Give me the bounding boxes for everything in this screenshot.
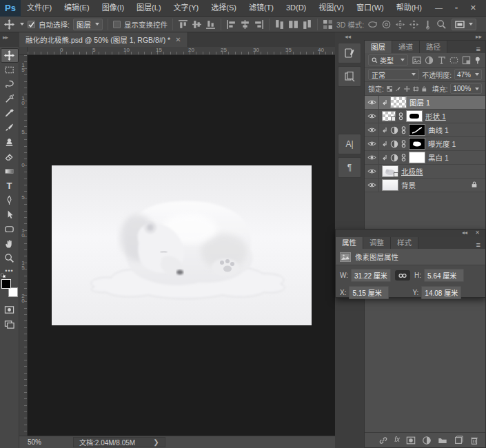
x-field[interactable]: 5.15 厘米 [349, 286, 389, 299]
distribute-top-icon[interactable] [274, 19, 285, 30]
tool-pen[interactable] [1, 193, 19, 207]
tool-hand[interactable] [1, 236, 19, 251]
3d-drag-icon[interactable] [395, 19, 405, 30]
visibility-toggle[interactable] [365, 110, 379, 123]
tool-path-select[interactable] [1, 207, 19, 222]
align-right-icon[interactable] [254, 19, 264, 30]
menu-help[interactable]: 帮助(H) [390, 0, 428, 16]
tool-type[interactable]: T [1, 179, 19, 193]
width-field[interactable]: 31.22 厘米 [351, 269, 391, 282]
distribute-bottom-icon[interactable] [302, 19, 312, 30]
lock-transparency-icon[interactable] [387, 85, 393, 93]
tool-preset-caret[interactable] [20, 23, 24, 26]
vector-mask-thumbnail[interactable] [406, 110, 423, 122]
document-canvas[interactable] [52, 165, 312, 325]
history-panel-button[interactable] [338, 43, 361, 63]
y-field[interactable]: 14.08 厘米 [421, 286, 461, 299]
background-color-swatch[interactable] [8, 287, 18, 297]
collapse-tools-icon[interactable]: ▸▸ [3, 34, 8, 41]
properties-panel-header[interactable]: ◂◂ ✕ [336, 230, 485, 237]
menu-select[interactable]: 选择(S) [205, 0, 243, 16]
filter-shape-icon[interactable] [449, 56, 458, 65]
layer-row-background[interactable]: 背景 [365, 179, 485, 192]
zoom-level-field[interactable]: 50% [19, 438, 47, 446]
height-field[interactable]: 5.64 厘米 [424, 269, 464, 282]
tool-quick-select[interactable] [1, 92, 19, 106]
tool-gradient[interactable] [1, 164, 19, 179]
menu-view[interactable]: 视图(V) [312, 0, 350, 16]
fill-dropdown[interactable]: 100% [450, 83, 482, 94]
visibility-toggle[interactable] [365, 165, 379, 178]
document-size-field[interactable]: 文档:2.04M/8.05M ❯ [73, 437, 165, 447]
zoom-option-icon[interactable] [436, 19, 447, 30]
new-layer-icon[interactable] [454, 436, 463, 445]
link-dimensions-icon[interactable] [395, 270, 410, 281]
visibility-toggle[interactable] [365, 151, 379, 164]
align-hcenter-icon[interactable] [240, 19, 250, 30]
filter-adjustment-icon[interactable] [425, 56, 434, 65]
color-swatches[interactable] [1, 279, 18, 297]
visibility-toggle[interactable] [365, 123, 379, 136]
layer-name[interactable]: 曲线 1 [428, 125, 449, 135]
tool-eyedropper[interactable] [1, 106, 19, 121]
auto-select-target-dropdown[interactable]: 图层 [73, 19, 103, 30]
3d-rotate-icon[interactable] [367, 19, 378, 30]
align-bottom-icon[interactable] [205, 19, 216, 30]
default-colors-icon[interactable] [1, 274, 7, 278]
tab-layers[interactable]: 图层 [365, 41, 392, 53]
panel-menu-icon[interactable]: ≡ [476, 45, 485, 53]
filter-pin-icon[interactable] [474, 56, 482, 65]
visibility-toggle[interactable] [365, 137, 379, 150]
delete-layer-icon[interactable] [469, 436, 479, 445]
visibility-toggle[interactable] [365, 96, 379, 109]
tool-clone-stamp[interactable] [1, 135, 19, 150]
layer-name[interactable]: 北极熊 [401, 166, 423, 176]
menu-window[interactable]: 窗口(W) [350, 0, 390, 16]
layer-mask-thumbnail[interactable] [409, 138, 425, 150]
align-left-icon[interactable] [226, 19, 236, 30]
status-arrow-icon[interactable]: ❯ [153, 438, 159, 446]
character-panel-button[interactable]: A| [338, 134, 361, 154]
layer-mask-thumbnail[interactable] [409, 152, 425, 163]
tab-properties[interactable]: 属性 [336, 236, 363, 249]
blend-mode-dropdown[interactable]: 正常 [368, 69, 419, 80]
minimize-icon[interactable]: — [435, 3, 443, 12]
align-top-icon[interactable] [178, 19, 188, 30]
opacity-dropdown[interactable]: 47% [454, 69, 482, 80]
close-panel-icon[interactable]: ✕ [475, 230, 480, 236]
workspace-icon[interactable] [323, 19, 333, 30]
menu-type[interactable]: 文字(Y) [168, 0, 205, 16]
layer-row-beijixiong[interactable]: 北极熊 [365, 165, 485, 179]
canvas-area[interactable]: 0 5 10 15 20 25 30 35 40 15 10 5 0 5 10 … [19, 47, 335, 436]
link-layers-icon[interactable] [378, 436, 388, 445]
filter-smart-object-icon[interactable] [462, 56, 471, 65]
quick-mask-button[interactable] [1, 303, 19, 317]
collapse-dock-icon[interactable]: ◂◂ [345, 33, 351, 40]
layer-thumbnail[interactable] [390, 96, 407, 108]
mask-link-icon[interactable] [401, 126, 406, 134]
lock-position-icon[interactable] [404, 85, 410, 93]
tab-channels[interactable]: 通道 [392, 41, 420, 53]
menu-layer[interactable]: 图层(L) [130, 0, 167, 16]
3d-scale-icon[interactable] [423, 19, 433, 30]
actions-panel-button[interactable] [338, 66, 361, 87]
align-vcenter-icon[interactable] [192, 19, 202, 30]
visibility-toggle[interactable] [365, 179, 379, 192]
layer-style-icon[interactable]: fx [394, 436, 400, 445]
tool-eraser[interactable] [1, 150, 19, 164]
layer-row-heibai1[interactable]: 黑白 1 [365, 151, 485, 165]
mask-link-icon[interactable] [401, 140, 406, 148]
filter-pixel-icon[interactable] [412, 56, 421, 65]
panel-menu-icon[interactable]: ≡ [476, 241, 485, 249]
3d-slide-icon[interactable] [409, 19, 419, 30]
close-icon[interactable]: ✕ [470, 3, 476, 12]
layer-row-tuceng1[interactable]: 图层 1 [365, 96, 485, 110]
menu-edit[interactable]: 编辑(E) [58, 0, 96, 16]
tool-zoom[interactable] [1, 251, 19, 265]
lock-artboard-icon[interactable] [413, 85, 419, 93]
ruler-corner[interactable] [19, 47, 28, 55]
layer-row-xingzhuang1[interactable]: 形状 1 [365, 110, 485, 123]
collapse-panels-icon[interactable]: ▸▸ [476, 33, 482, 40]
add-mask-icon[interactable] [406, 436, 416, 445]
tab-adjustments[interactable]: 调整 [363, 236, 391, 249]
